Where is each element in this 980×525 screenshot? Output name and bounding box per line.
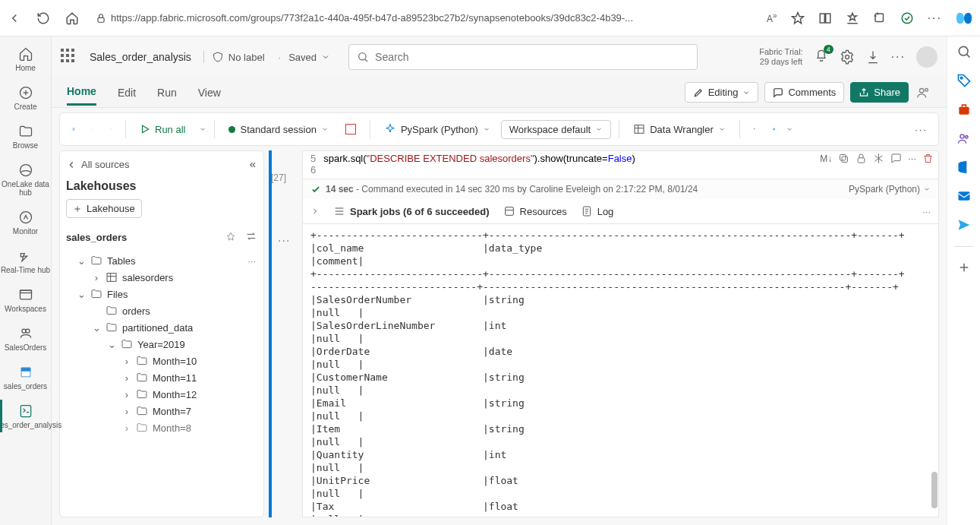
trial-indicator[interactable]: Fabric Trial:29 days left — [759, 47, 802, 67]
comments-button[interactable]: Comments — [764, 82, 844, 103]
tree-table-salesorders[interactable]: ›salesorders — [66, 269, 257, 286]
rail-monitor[interactable]: Monitor — [0, 204, 51, 240]
chevron-right-icon[interactable] — [310, 207, 320, 216]
layout-icon[interactable] — [748, 122, 761, 136]
source-name[interactable]: sales_orders — [66, 232, 127, 243]
edge-add-icon[interactable] — [957, 261, 971, 274]
refresh-icon[interactable] — [36, 11, 50, 25]
rail-onelake[interactable]: OneLake data hub — [0, 157, 51, 201]
tab-home[interactable]: Home — [67, 79, 96, 106]
session-button[interactable]: Standard session — [222, 121, 334, 138]
freeze-icon[interactable] — [873, 153, 884, 164]
edge-tag-icon[interactable] — [956, 73, 972, 88]
cell-lang-selector[interactable]: PySpark (Python) — [849, 184, 931, 195]
tab-run[interactable]: Run — [157, 81, 177, 105]
tree-folder-month[interactable]: ›Month=7 — [66, 403, 257, 419]
resources-link[interactable]: Resources — [503, 205, 567, 217]
tree-folder-month[interactable]: ›Month=8 — [66, 419, 257, 436]
app-launcher-icon[interactable] — [61, 49, 77, 65]
cell-more-icon[interactable]: ··· — [908, 153, 916, 164]
tree-folder-month[interactable]: ›Month=10 — [66, 353, 257, 369]
collapse-panel-icon[interactable] — [247, 160, 257, 170]
download-icon[interactable] — [865, 49, 881, 65]
user-avatar[interactable] — [916, 46, 937, 68]
collections-icon[interactable] — [873, 11, 887, 25]
more-icon[interactable]: ··· — [247, 255, 256, 267]
chevron-down-icon[interactable] — [199, 125, 206, 133]
editing-mode-button[interactable]: Editing — [685, 82, 759, 103]
cell-drag-icon[interactable]: ··· — [278, 234, 290, 248]
rail-browse[interactable]: Browse — [0, 119, 51, 154]
split-icon[interactable] — [818, 11, 832, 25]
header-more-icon[interactable]: ··· — [891, 50, 906, 64]
browser-more-icon[interactable]: ··· — [928, 11, 942, 25]
add-lakehouse-button[interactable]: Lakehouse — [66, 199, 142, 218]
tree-folder-month[interactable]: ›Month=12 — [66, 386, 257, 403]
code-cell[interactable]: [27] 56 spark.sql("DESCRIBE EXTENDED sal… — [302, 150, 939, 179]
home-icon[interactable] — [65, 11, 79, 25]
lakehouse-explorer: All sources Lakehouses Lakehouse sales_o… — [59, 150, 264, 517]
reader-icon[interactable]: A» — [767, 11, 777, 24]
rail-notebook[interactable]: Sales_order_analysis — [0, 398, 51, 434]
favorites-bar-icon[interactable] — [846, 11, 859, 25]
chevron-down-icon[interactable] — [786, 125, 793, 133]
folder-icon — [136, 422, 148, 434]
tree-folder-orders[interactable]: orders — [66, 302, 257, 319]
svg-point-10 — [26, 329, 30, 333]
rail-home[interactable]: Home — [0, 41, 51, 77]
url-text[interactable]: https://app.fabric.microsoft.com/groups/… — [111, 12, 750, 24]
favorite-icon[interactable] — [791, 11, 805, 25]
edge-send-icon[interactable] — [956, 217, 972, 232]
rail-realtime[interactable]: Real-Time hub — [0, 243, 51, 279]
copilot-icon[interactable] — [956, 10, 972, 27]
rail-salesorders-ws[interactable]: SalesOrders — [0, 321, 51, 356]
toolbar-more-icon[interactable]: ··· — [915, 124, 932, 135]
resources-icon — [503, 205, 515, 217]
share-button[interactable]: Share — [850, 82, 909, 103]
environment-selector[interactable]: Workspace default — [501, 120, 611, 139]
comment-cell-icon[interactable] — [890, 153, 902, 164]
sensitivity-label[interactable]: No label — [203, 51, 265, 63]
toolbar-download-icon[interactable] — [86, 122, 99, 136]
notebook-title[interactable]: Sales_order_analysis — [90, 51, 191, 63]
copy-icon[interactable] — [838, 153, 849, 164]
tree-files[interactable]: ⌄Files — [66, 286, 257, 302]
edge-office-icon[interactable] — [956, 160, 972, 175]
tree-folder-year[interactable]: ⌄Year=2019 — [66, 336, 257, 353]
tree-folder-partitioned[interactable]: ⌄partitioned_data — [66, 319, 257, 336]
rail-workspaces[interactable]: Workspaces — [0, 282, 51, 318]
saved-indicator[interactable]: Saved — [279, 52, 331, 63]
search-input[interactable] — [375, 51, 689, 63]
tab-edit[interactable]: Edit — [118, 81, 136, 105]
back-icon[interactable] — [8, 11, 21, 25]
tree-folder-month[interactable]: ›Month=11 — [66, 369, 257, 386]
edge-toolbox-icon[interactable] — [956, 102, 972, 117]
run-all-button[interactable]: Run all — [134, 121, 191, 138]
save-icon[interactable] — [66, 122, 81, 137]
settings-icon[interactable] — [840, 49, 855, 65]
pin-icon[interactable] — [225, 232, 236, 242]
swap-icon[interactable] — [245, 230, 257, 242]
lock-icon[interactable] — [856, 153, 867, 164]
markdown-toggle-icon[interactable]: M↓ — [820, 153, 832, 164]
edge-search-icon[interactable] — [956, 44, 972, 59]
data-wrangler-button[interactable]: Data Wrangler — [627, 120, 732, 138]
rail-sales-orders-lh[interactable]: sales_orders — [0, 359, 51, 395]
stop-button[interactable] — [339, 121, 362, 138]
notifications-button[interactable]: 4 — [814, 48, 829, 66]
scrollbar[interactable] — [930, 150, 937, 517]
presence-icon[interactable] — [915, 84, 931, 101]
rail-create[interactable]: Create — [0, 80, 51, 115]
vscode-icon[interactable] — [766, 122, 781, 137]
toolbar-settings-icon[interactable] — [104, 122, 118, 136]
tree-tables[interactable]: ⌄Tables··· — [66, 252, 257, 269]
language-selector[interactable]: PySpark (Python) — [378, 120, 496, 138]
extension-icon[interactable] — [900, 11, 914, 25]
edge-outlook-icon[interactable] — [956, 188, 972, 204]
log-link[interactable]: Log — [581, 205, 614, 217]
all-sources-link[interactable]: All sources — [66, 159, 130, 170]
edge-people-icon[interactable] — [956, 131, 972, 146]
tab-view[interactable]: View — [198, 81, 221, 105]
spark-jobs-link[interactable]: Spark jobs (6 of 6 succeeded) — [333, 205, 490, 217]
global-search[interactable] — [348, 44, 698, 70]
